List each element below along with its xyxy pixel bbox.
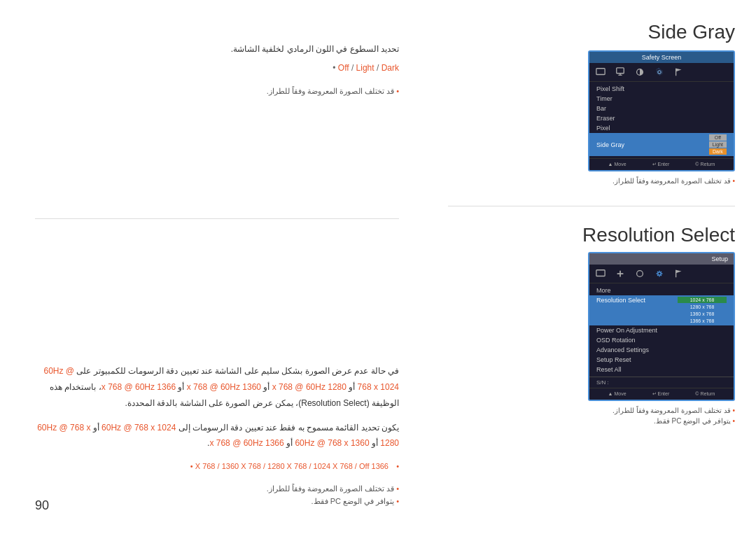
resolution-values: 1024 x 768 1280 x 768 1360 x 768 1366 x … (678, 297, 727, 324)
side-gray-arabic-desc: تحديد السطوع في اللون الرمادي لخلفية الش… (35, 42, 399, 57)
gear-icon (654, 66, 665, 78)
osd-res-item-setup-reset: Setup Reset (589, 355, 734, 365)
osd-item-pixel: Pixel (589, 123, 734, 133)
right-divider (448, 206, 735, 206)
resolution-osd-note2: • يتوافر في الوضع PC فقط. (448, 417, 735, 425)
resolution-arabic-para1: في حالة عدم عرض الصورة بشكل سليم على الش… (35, 363, 399, 411)
btn-return: © Return (695, 162, 715, 167)
osd-res-item-reset-all: Reset All (589, 365, 734, 374)
res-btn-move: ▲ Move (608, 391, 626, 397)
side-gray-right-block: Side Gray Safety Screen (448, 21, 735, 185)
flag-icon (673, 66, 685, 78)
page-number: 90 (35, 498, 49, 513)
option-sep1: / (351, 63, 356, 73)
osd-resolution: Setup (588, 252, 735, 401)
osd-res-item-power: Power On Adjustment (589, 325, 734, 335)
side-gray-text-section: تحديد السطوع في اللون الرمادي لخلفية الش… (35, 42, 399, 96)
monitor-icon (615, 66, 626, 78)
option-dark: Dark (382, 63, 399, 73)
osd-icons-row (589, 63, 734, 82)
resolution-title: Resolution Select (448, 224, 735, 246)
resolution-note2: • يتوافر في الوضع PC فقط. (35, 497, 399, 506)
resolution-bullet-options: 1366 X 768 / 1360 X 768 / 1280 X 768 / 1… (35, 460, 399, 474)
osd-bottom-bar-safety: ▲ Move ↵ Enter © Return (589, 158, 734, 170)
side-gray-options: Off / Light / Dark • (35, 63, 399, 73)
picture-icon (595, 66, 606, 78)
osd-res-icons-row (589, 265, 734, 283)
osd-menu-items-safety: Pixel Shift Timer Bar Eraser Pixel Side … (589, 82, 734, 158)
svg-rect-7 (596, 270, 605, 276)
res-picture-icon (595, 268, 606, 279)
right-panel: Side Gray Safety Screen (434, 0, 756, 534)
left-panel: تحديد السطوع في اللون الرمادي لخلفية الش… (0, 0, 434, 534)
osd-item-bar: Bar (589, 104, 734, 113)
svg-point-10 (637, 271, 643, 277)
res-val-1366: 1366 x 768 (678, 318, 727, 324)
osd-item-side-gray: Side Gray Off Light Dark (589, 133, 734, 156)
val-light: Light (709, 141, 727, 148)
res-circle-icon (634, 268, 645, 279)
btn-move: ▲ Move (608, 162, 626, 167)
resolution-select-label: Resolution Select (596, 297, 645, 304)
svg-point-5 (658, 71, 661, 73)
osd-item-timer: Timer (589, 94, 734, 104)
option-bullet: • (332, 63, 335, 73)
svg-point-11 (658, 272, 661, 275)
val-off: Off (709, 134, 727, 141)
res-btn-enter: ↵ Enter (652, 391, 670, 397)
side-gray-values: Off Light Dark (709, 134, 727, 155)
resolution-text-section: في حالة عدم عرض الصورة بشكل سليم على الش… (35, 363, 399, 506)
option-light: Light (356, 63, 374, 73)
res-gear-icon (654, 268, 665, 279)
resolution-right-block: Resolution Select Setup (448, 224, 735, 425)
res-val-1280: 1280 x 768 (678, 304, 727, 310)
side-gray-osd-note: • قد تختلف الصورة المعروضة وفقاً للطراز. (448, 177, 735, 185)
svg-rect-0 (596, 69, 605, 75)
osd-sn: S/N : (589, 377, 734, 388)
resolution-note1: • قد تختلف الصورة المعروضة وفقاً للطراز. (35, 484, 399, 493)
osd-item-pixel-shift: Pixel Shift (589, 84, 734, 94)
osd-setup-header: Setup (589, 253, 734, 265)
side-gray-note: • قد تختلف الصورة المعروضة وفقاً للطراز. (35, 87, 399, 96)
res-plus-icon (615, 268, 626, 279)
resolution-arabic-para2: يكون تحديد القائمة مسموح به فقط عند تعيي… (35, 420, 399, 452)
side-gray-title: Side Gray (448, 21, 735, 43)
osd-res-item-osd-rotation: OSD Rotation (589, 335, 734, 345)
option-sep2: / (377, 63, 382, 73)
osd-side-gray: Safety Screen (588, 50, 735, 171)
osd-bottom-bar-res: ▲ Move ↵ Enter © Return (589, 388, 734, 400)
osd-item-eraser: Eraser (589, 113, 734, 123)
osd-res-item-resolution: Resolution Select 1024 x 768 1280 x 768 … (589, 295, 734, 325)
res-flag-icon (673, 268, 685, 279)
osd-safety-screen-header: Safety Screen (589, 52, 734, 63)
osd-res-menu-items: More Resolution Select 1024 x 768 1280 x… (589, 283, 734, 377)
val-dark: Dark (709, 148, 727, 155)
page-container: تحديد السطوع في اللون الرمادي لخلفية الش… (0, 0, 756, 534)
divider (35, 218, 399, 219)
res-val-1360: 1360 x 768 (678, 311, 727, 317)
osd-res-item-advanced: Advanced Settings (589, 345, 734, 355)
option-off: Off (338, 63, 349, 73)
resolution-osd-note1: • قد تختلف الصورة المعروضة وفقاً للطراز. (448, 407, 735, 414)
btn-enter: ↵ Enter (652, 162, 670, 167)
osd-res-item-more: More (589, 286, 734, 295)
svg-rect-1 (617, 68, 624, 73)
res-btn-return: © Return (695, 391, 715, 397)
contrast-icon (634, 66, 645, 78)
side-gray-label: Side Gray (596, 141, 624, 148)
res-val-1024: 1024 x 768 (678, 297, 727, 303)
